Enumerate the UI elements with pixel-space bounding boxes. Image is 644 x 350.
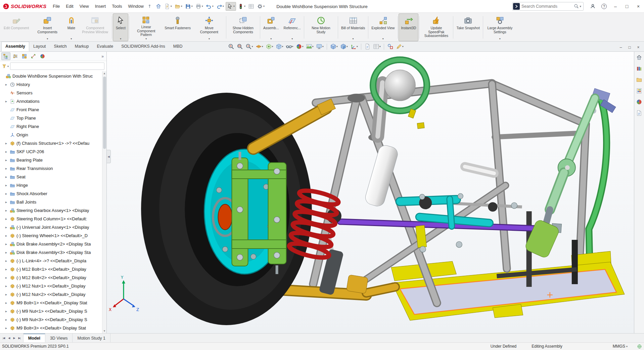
tree-item[interactable]: ▸Steering Rod Column<1> <<Default:: [0, 215, 106, 223]
scroll-up-icon[interactable]: ▲: [103, 71, 106, 76]
tree-item[interactable]: ▸Right Plane: [0, 122, 106, 131]
expander-icon[interactable]: ▸: [5, 251, 10, 254]
tree-item[interactable]: ▸Rear Transmission: [0, 164, 106, 173]
expander-icon[interactable]: ▸: [5, 267, 10, 271]
dropdown-caret-icon[interactable]: ▾: [233, 5, 235, 8]
tree-item[interactable]: ▸(-) Steering Wheel<1> <<Default>_D: [0, 231, 106, 240]
undo-icon[interactable]: ▾: [205, 2, 215, 10]
expander-icon[interactable]: ▸: [5, 183, 10, 187]
tree-scrollbar[interactable]: ▲ ▼: [102, 71, 106, 333]
dropdown-caret-icon[interactable]: ▾: [263, 5, 265, 8]
expander-icon[interactable]: ▸: [5, 141, 10, 145]
markup-view-icon[interactable]: ▾: [395, 43, 405, 50]
tree-item[interactable]: ▸(f) Chassis Structure<1> ->? <<Defau: [0, 139, 106, 147]
expander-icon[interactable]: ▸: [5, 209, 10, 212]
view-tab-model[interactable]: Model: [24, 334, 45, 342]
dropdown-caret-icon[interactable]: ▾: [357, 45, 358, 48]
appearances-scenes-icon[interactable]: [635, 98, 643, 106]
dropdown-caret-icon[interactable]: ▾: [499, 37, 501, 41]
menu-window[interactable]: Window: [125, 2, 147, 10]
expander-icon[interactable]: ▸: [5, 234, 10, 237]
previous-tab-button[interactable]: ◀: [6, 337, 11, 340]
menu-insert[interactable]: Insert: [92, 2, 109, 10]
restore-button[interactable]: □: [621, 1, 633, 11]
help-icon[interactable]: ?: [598, 1, 610, 11]
tree-item[interactable]: ▸Disk Brake Assembly<3> <Display Sta: [0, 248, 106, 257]
tab-sketch[interactable]: Sketch: [50, 42, 71, 51]
tree-item[interactable]: ▸(-) M9 Nut<3> <<Default>_Display S: [0, 315, 106, 324]
tree-item[interactable]: ▸(-) M12 Nut<2> <<Default>_Display: [0, 290, 106, 299]
dropdown-caret-icon[interactable]: ▾: [282, 45, 283, 48]
expander-icon[interactable]: ▸: [5, 158, 10, 162]
previous-view-icon[interactable]: ▾: [244, 43, 254, 50]
search-dropdown-icon[interactable]: ▾: [579, 5, 582, 8]
tree-item[interactable]: ▸(-) M12 Nut<1> <<Default>_Display: [0, 282, 106, 290]
tree-item[interactable]: ▸Ball Joints: [0, 198, 106, 206]
options-gear-icon[interactable]: ▾: [256, 2, 266, 10]
edit-appearance-icon[interactable]: ▾: [295, 43, 305, 50]
dropdown-caret-icon[interactable]: ▾: [191, 5, 193, 8]
minimize-button[interactable]: –: [610, 1, 621, 11]
dropdown-caret-icon[interactable]: ▾: [353, 37, 354, 41]
dropdown-caret-icon[interactable]: ▾: [270, 37, 272, 41]
dropdown-caret-icon[interactable]: ▾: [262, 45, 263, 48]
dropdown-caret-icon[interactable]: ▾: [347, 45, 348, 48]
last-tab-button[interactable]: ▶|: [17, 337, 22, 340]
view-settings-icon[interactable]: ▾: [315, 43, 325, 50]
doc-close-icon[interactable]: ×: [634, 43, 643, 51]
ribbon-assemb-button[interactable]: Assemb...▾: [261, 13, 281, 41]
display-style-icon[interactable]: ▾: [275, 43, 284, 50]
dimxpertmanager-tab[interactable]: [29, 53, 38, 60]
first-tab-button[interactable]: |◀: [1, 337, 6, 340]
expander-icon[interactable]: ▸: [5, 167, 10, 170]
steering-wheel[interactable]: [368, 60, 427, 141]
ribbon-instant3d-button[interactable]: Instant3D: [399, 13, 418, 41]
reference-axes-icon[interactable]: ▾: [349, 43, 359, 50]
ribbon-show-hidden-components-button[interactable]: Show Hidden Components: [227, 13, 259, 41]
ribbon-linear-component-pattern-button[interactable]: Linear Component Pattern▾: [130, 13, 162, 41]
tree-item[interactable]: ▸M9 Bolt<1> <<Default>_Display Stat: [0, 299, 106, 307]
save-icon[interactable]: ▾: [184, 2, 194, 10]
dropdown-caret-icon[interactable]: ▾: [402, 45, 404, 48]
sketch-visibility-icon[interactable]: [386, 43, 395, 50]
steering-support-tube[interactable]: [589, 88, 616, 273]
dropdown-caret-icon[interactable]: ▾: [120, 37, 121, 41]
dropdown-caret-icon[interactable]: ▾: [212, 5, 214, 8]
expander-icon[interactable]: ▸: [5, 200, 10, 204]
tree-item[interactable]: ▸SKF UCP-206: [0, 147, 106, 156]
tree-item[interactable]: ▸(-) M12 Bolt<1> <<Default>_Display: [0, 265, 106, 273]
tab-evaluate[interactable]: Evaluate: [93, 42, 118, 51]
ribbon-update-speedpak-subassemblies-button[interactable]: Update SpeedPak Subassemblies: [420, 13, 452, 41]
tree-item[interactable]: ▸(-) M12 Bolt<2> <<Default>_Display: [0, 273, 106, 282]
doc-restore-icon[interactable]: □: [625, 43, 634, 51]
tree-item[interactable]: ▸Double WishBone Suspension With Struc: [0, 72, 106, 80]
tree-item[interactable]: ▸Shock Absorber: [0, 189, 106, 198]
ribbon-mate-button[interactable]: Mate▾: [63, 13, 79, 41]
view-orientation-icon[interactable]: ▾: [329, 43, 339, 50]
units-selector[interactable]: MMGS▾: [613, 344, 628, 349]
dropdown-caret-icon[interactable]: ▾: [71, 37, 72, 41]
pin-icon[interactable]: [147, 4, 152, 8]
ribbon-new-motion-study-button[interactable]: New Motion Study: [305, 13, 337, 41]
menu-edit[interactable]: Edit: [63, 2, 76, 10]
expander-icon[interactable]: ▸: [5, 83, 10, 86]
expander-icon[interactable]: ▸: [5, 217, 10, 221]
expand-pane-icon[interactable]: »: [100, 54, 105, 59]
tree-item[interactable]: ▸Sensors: [0, 89, 106, 97]
ribbon-smart-fasteners-button[interactable]: Smart Fasteners: [162, 13, 193, 41]
ribbon-move-component-button[interactable]: Move Component▾: [193, 13, 225, 41]
filter-funnel-icon[interactable]: ▾: [2, 64, 9, 69]
dropdown-caret-icon[interactable]: ▾: [223, 5, 224, 8]
web-help-icon[interactable]: [637, 344, 642, 349]
dropdown-caret-icon[interactable]: ▾: [382, 37, 384, 41]
dropdown-caret-icon[interactable]: ▾: [379, 45, 381, 48]
file-explorer-icon[interactable]: [635, 76, 643, 84]
dropdown-caret-icon[interactable]: ▾: [292, 45, 293, 48]
graphics-viewport[interactable]: Y X Z ◀: [107, 52, 634, 333]
user-account-icon[interactable]: [587, 1, 598, 11]
close-button[interactable]: ×: [633, 1, 644, 11]
dropdown-caret-icon[interactable]: ▾: [145, 37, 147, 41]
ribbon-referenc-button[interactable]: Referenc...▾: [281, 13, 303, 41]
scrollbar-thumb[interactable]: [103, 77, 106, 149]
next-tab-button[interactable]: ▶: [11, 337, 16, 340]
